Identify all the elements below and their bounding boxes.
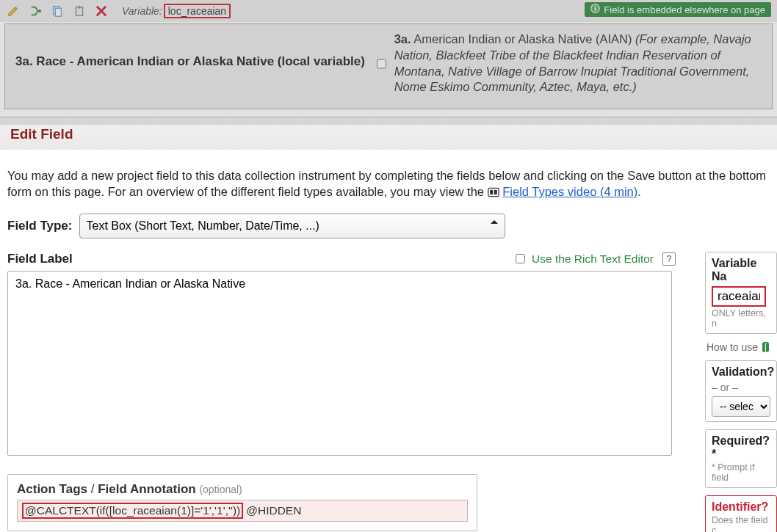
svg-rect-8 — [490, 190, 493, 194]
field-type-select[interactable]: Text Box (Short Text, Number, Date/Time,… — [79, 214, 505, 238]
delete-icon[interactable] — [94, 4, 109, 18]
help-icon[interactable]: ? — [662, 252, 676, 266]
embed-badge: Field is embedded elsewhere on page — [585, 2, 771, 17]
required-hint: * Prompt if field — [712, 462, 770, 483]
preview-checkbox[interactable] — [377, 34, 386, 93]
variable-name-display: loc_raceaian — [164, 4, 231, 18]
variable-prefix: Variable: — [122, 5, 162, 17]
variable-name-hint: ONLY letters, n — [712, 308, 770, 329]
move-icon[interactable] — [72, 4, 87, 18]
field-label-header: Field Label — [7, 252, 73, 266]
field-types-video-link[interactable]: Field Types video (4 min) — [502, 185, 637, 198]
svg-rect-1 — [55, 8, 61, 16]
action-tags-box: Action Tags / Field Annotation (optional… — [7, 474, 477, 531]
required-header: Required?* — [712, 434, 770, 461]
video-icon — [488, 185, 499, 201]
field-toolbar: Variable: loc_raceaian Field is embedded… — [0, 0, 777, 22]
preview-left-label: 3a. Race - American Indian or Alaska Nat… — [15, 32, 374, 95]
field-label-textarea[interactable]: 3a. Race - American Indian or Alaska Nat… — [7, 271, 672, 456]
svg-point-5 — [595, 6, 596, 7]
field-preview-box: 3a. Race - American Indian or Alaska Nat… — [4, 23, 773, 109]
calctext-highlight: @CALCTEXT(if([loc_raceaian(1)]='1','1','… — [22, 503, 243, 519]
identifier-header: Identifier? — [712, 500, 770, 514]
svg-rect-6 — [595, 7, 596, 11]
rte-label: Use the Rich Text Editor — [532, 252, 654, 266]
identifier-hint: Does the field c — [712, 515, 770, 532]
edit-field-modal: Edit Field — [0, 117, 777, 150]
branch-icon[interactable] — [28, 4, 43, 18]
intro-text: You may add a new project field to this … — [7, 167, 777, 202]
pencil-icon[interactable] — [6, 4, 21, 18]
field-type-label: Field Type: — [7, 219, 72, 233]
action-tags-input[interactable]: @CALCTEXT(if([loc_raceaian(1)]='1','1','… — [17, 500, 468, 522]
validation-select[interactable]: -- select on — [712, 396, 770, 417]
variable-name-input[interactable] — [712, 286, 766, 307]
or-text: – or – — [712, 382, 770, 393]
how-to-use: How to use [ — [706, 341, 777, 353]
svg-rect-9 — [494, 190, 496, 194]
copy-icon[interactable] — [50, 4, 65, 18]
rte-checkbox[interactable] — [516, 254, 525, 263]
variable-name-header: Variable Na — [712, 257, 770, 283]
action-tags-title: Action Tags / Field Annotation (optional… — [17, 482, 468, 497]
validation-header: Validation? — [712, 365, 770, 379]
info-icon — [590, 4, 600, 15]
svg-rect-7 — [488, 189, 498, 197]
preview-description: 3a. American Indian or Alaska Native (AI… — [394, 32, 762, 95]
modal-title: Edit Field — [10, 126, 767, 142]
howto-badge-icon: [ — [762, 342, 769, 352]
